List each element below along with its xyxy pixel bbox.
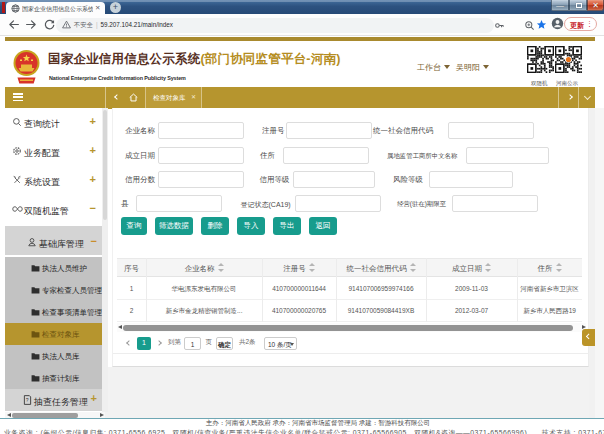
svg-text:?: ?	[26, 397, 29, 403]
